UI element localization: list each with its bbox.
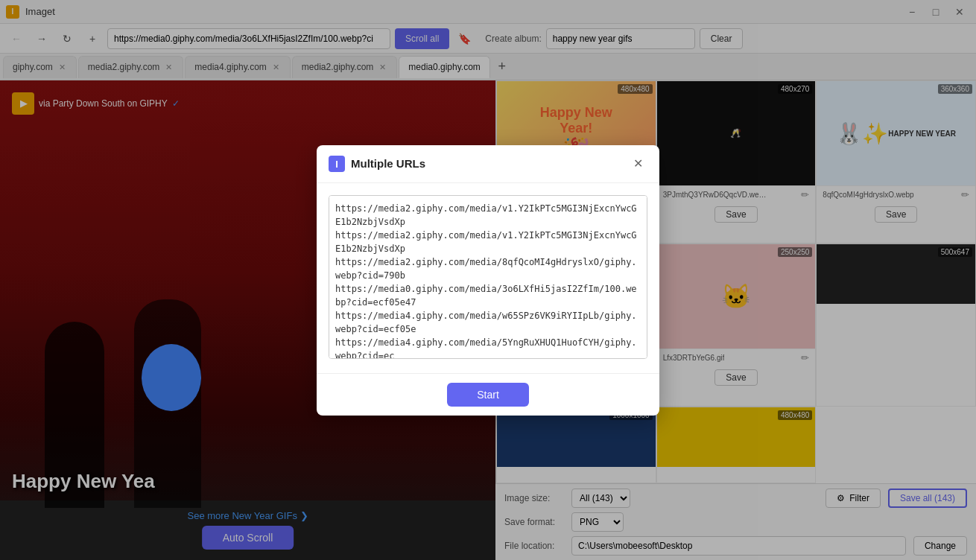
modal-footer: Start — [317, 373, 659, 416]
modal-overlay[interactable]: I Multiple URLs ✕ https://media2.giphy.c… — [0, 0, 976, 560]
urls-textarea[interactable]: https://media2.giphy.com/media/v1.Y2IkPT… — [329, 195, 647, 359]
modal-close-button[interactable]: ✕ — [628, 154, 647, 174]
modal-icon: I — [329, 156, 345, 172]
start-button[interactable]: Start — [447, 383, 529, 407]
modal-body: https://media2.giphy.com/media/v1.Y2IkPT… — [317, 183, 659, 373]
svg-text:I: I — [335, 159, 338, 170]
modal-title: Multiple URLs — [351, 157, 622, 170]
modal-header: I Multiple URLs ✕ — [317, 145, 659, 183]
multiple-urls-modal: I Multiple URLs ✕ https://media2.giphy.c… — [317, 145, 659, 416]
